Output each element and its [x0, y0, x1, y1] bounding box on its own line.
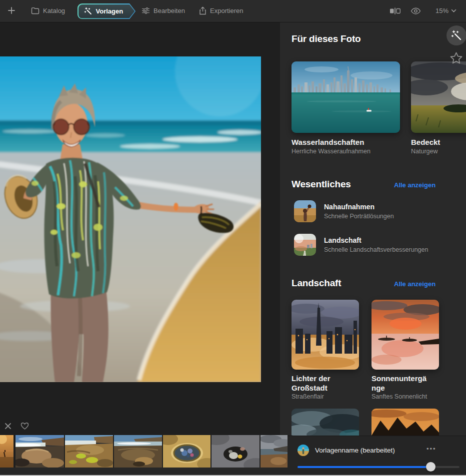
filmstrip-thumbnail[interactable]	[114, 435, 162, 468]
filmstrip-thumbnail[interactable]	[260, 435, 288, 468]
template-card-lichter[interactable]	[292, 300, 359, 370]
plus-icon	[7, 6, 16, 15]
compare-before-after-button[interactable]	[390, 7, 400, 14]
wand-button[interactable]	[446, 25, 466, 45]
essentials-item-subtitle: Schnelle Porträtlösungen	[324, 213, 394, 220]
card-subtitle: Straßenflair	[292, 393, 324, 400]
template-amount-slider[interactable]	[298, 462, 460, 472]
top-toolbar: Katalog Vorlagen	[0, 0, 466, 22]
filmstrip-thumbnail[interactable]	[0, 435, 14, 468]
heart-icon[interactable]	[20, 422, 29, 430]
card-subtitle: Sanftes Sonnenlicht	[372, 393, 427, 400]
filmstrip-thumbnail[interactable]	[163, 435, 210, 468]
zoom-level-value: 15%	[436, 7, 448, 14]
essentials-item-thumbnail[interactable]	[294, 200, 316, 222]
card-subtitle: Naturgew	[411, 148, 438, 155]
show-all-link-wesentliches[interactable]: Alle anzeigen	[394, 181, 436, 189]
filmstrip-thumbnail[interactable]	[65, 435, 113, 468]
wasserlandschaften-thumbnail	[292, 61, 400, 133]
zoom-level-control[interactable]: 15%	[436, 7, 456, 14]
templates-panel: Für dieses Foto	[280, 22, 466, 476]
wand-icon	[451, 30, 462, 41]
tab-bearbeiten[interactable]: Bearbeiten	[142, 7, 185, 14]
section-title-landschaft: Landschaft	[292, 278, 341, 289]
filmstrip-thumbnail[interactable]	[212, 435, 260, 468]
compare-icon	[390, 7, 400, 14]
current-template-bar: Vorlagenname (bearbeitet) •••	[280, 436, 466, 476]
katalog-label: Katalog	[43, 7, 65, 14]
vorlagen-label: Vorlagen	[96, 7, 124, 15]
exportieren-label: Exportieren	[210, 7, 243, 14]
template-avatar[interactable]	[298, 445, 309, 456]
main-photo-canvas[interactable]	[0, 56, 261, 382]
eye-icon	[410, 7, 421, 15]
tab-vorlagen-active[interactable]: Vorlagen	[78, 3, 136, 19]
tab-katalog[interactable]: Katalog	[31, 7, 65, 14]
chevron-down-icon	[451, 9, 456, 12]
card-subtitle: Herrliche Wasseraufnahmen	[292, 148, 370, 155]
star-icon[interactable]	[450, 51, 463, 67]
bedeckt-thumbnail	[411, 61, 466, 133]
sliders-icon	[142, 7, 150, 14]
template-card-bedeckt[interactable]	[411, 61, 466, 133]
close-icon[interactable]	[4, 422, 12, 430]
card-title: Bedeckt	[411, 137, 440, 147]
slider-knob[interactable]	[426, 462, 436, 472]
card-title: Wasserlandschaften	[292, 137, 364, 147]
preview-eye-button[interactable]	[410, 7, 421, 15]
tab-exportieren[interactable]: Exportieren	[199, 6, 243, 15]
filmstrip-thumbnail[interactable]	[16, 435, 64, 468]
card-title: Sonnenuntergänge	[372, 374, 430, 393]
add-button[interactable]	[7, 6, 16, 15]
section-title-wesentliches: Wesentliches	[292, 179, 351, 190]
template-slider-fill	[298, 466, 430, 468]
panel-title: Für dieses Foto	[292, 33, 360, 44]
bearbeiten-label: Bearbeiten	[154, 7, 185, 14]
template-name: Vorlagenname (bearbeitet)	[315, 447, 395, 454]
essentials-item-title: Landschaft	[324, 236, 362, 244]
card-title: Lichter der Großstadt	[292, 374, 352, 393]
application-window: Katalog Vorlagen	[0, 0, 466, 476]
essentials-item-thumbnail[interactable]	[294, 234, 316, 256]
folder-icon	[31, 7, 40, 14]
more-icon[interactable]: •••	[426, 445, 436, 453]
template-card-wasserlandschaften[interactable]	[292, 61, 400, 133]
essentials-item-subtitle: Schnelle Landschaftsverbesserungen	[324, 246, 428, 253]
export-icon	[199, 6, 206, 15]
essentials-item-title: Nahaufnahmen	[324, 203, 374, 211]
wand-icon	[84, 7, 92, 15]
template-card-sonnenuntergaenge[interactable]	[372, 300, 439, 370]
show-all-link-landschaft[interactable]: Alle anzeigen	[394, 280, 436, 288]
